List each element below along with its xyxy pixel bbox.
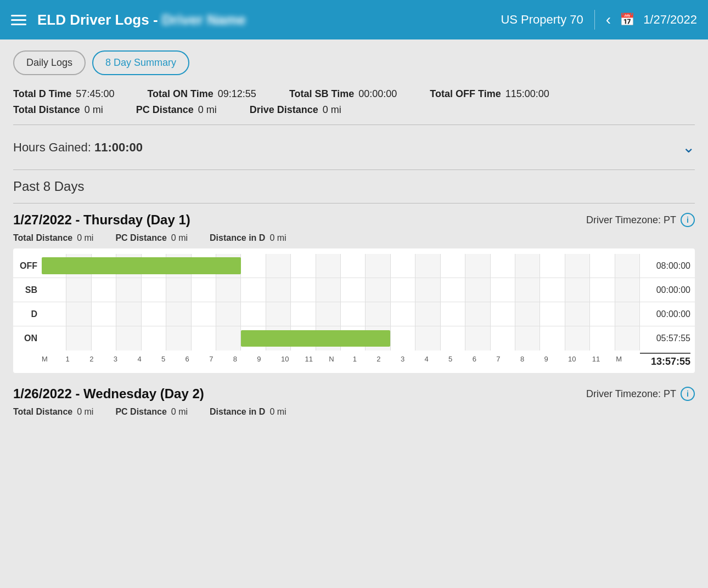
day-card-2: 1/26/2022 - Wednesday (Day 2) Driver Tim… — [13, 386, 695, 417]
total-sb-time-label: Total SB Time — [289, 88, 354, 100]
row-time-on: 05:57:55 — [640, 333, 695, 343]
total-off-time-label: Total OFF Time — [430, 88, 501, 100]
day2-info-button[interactable]: i — [681, 387, 695, 401]
row-bar-sb — [42, 278, 640, 302]
total-d-time-value: 57:45:00 — [76, 88, 114, 100]
header-nav: ‹ 📅 1/27/2022 — [606, 11, 697, 29]
day1-header: 1/27/2022 - Thursday (Day 1) Driver Time… — [13, 212, 695, 228]
hours-gained-text: Hours Gained: 11:00:00 — [13, 140, 143, 155]
chart-row-sb: SB — [13, 278, 695, 302]
total-sb-time: Total SB Time 00:00:00 — [289, 88, 397, 100]
chart-total-time: 13:57:55 — [640, 350, 695, 368]
x-tick-10: 10 — [281, 355, 305, 363]
main-content: Daily Logs 8 Day Summary Total D Time 57… — [0, 39, 708, 433]
total-distance-label: Total Distance — [13, 104, 80, 116]
x-tick-6: 6 — [186, 355, 210, 363]
x-tick-8: 8 — [233, 355, 257, 363]
header-divider — [594, 10, 595, 30]
day2-total-dist-value: 0 mi — [77, 407, 93, 417]
hamburger-menu[interactable] — [11, 15, 26, 25]
x-tick-2pm: 2 — [377, 355, 401, 363]
tab-daily-logs[interactable]: Daily Logs — [13, 50, 86, 75]
day2-dist-d-value: 0 mi — [269, 407, 286, 417]
day1-dist-d-value: 0 mi — [269, 233, 286, 243]
day1-dist-d-label: Distance in D — [210, 233, 265, 243]
day2-dist-d-label: Distance in D — [210, 407, 265, 417]
chart-x-axis: M 1 2 3 4 5 6 7 8 9 10 11 N 1 2 3 4 — [13, 350, 695, 368]
grid-lines-sb — [42, 278, 640, 302]
row-label-on: ON — [13, 333, 42, 343]
total-distance: Total Distance 0 mi — [13, 104, 103, 116]
calendar-icon[interactable]: 📅 — [620, 13, 634, 27]
drive-distance-value: 0 mi — [323, 104, 341, 116]
day2-pc-dist-label: PC Distance — [115, 407, 166, 417]
app-title: ELD Driver Logs - Driver Name — [37, 12, 501, 29]
day1-timezone: Driver Timezone: PT i — [586, 213, 695, 227]
x-tick-11pm: 11 — [592, 355, 616, 363]
x-tick-1: 1 — [66, 355, 90, 363]
x-axis-labels: M 1 2 3 4 5 6 7 8 9 10 11 N 1 2 3 4 — [42, 355, 640, 363]
day1-timezone-label: Driver Timezone: PT — [586, 214, 676, 226]
day-card-1: 1/27/2022 - Thursday (Day 1) Driver Time… — [13, 212, 695, 373]
total-sb-time-value: 00:00:00 — [358, 88, 397, 100]
day2-pc-distance: PC Distance 0 mi — [115, 407, 188, 417]
x-tick-5pm: 5 — [448, 355, 473, 363]
app-header: ELD Driver Logs - Driver Name US Propert… — [0, 0, 708, 39]
day1-title: 1/27/2022 - Thursday (Day 1) — [13, 212, 190, 228]
day2-pc-dist-value: 0 mi — [171, 407, 188, 417]
total-d-time-label: Total D Time — [13, 88, 71, 100]
row-bar-on — [42, 326, 640, 350]
x-tick-n: N — [329, 355, 353, 363]
row-time-off: 08:00:00 — [640, 261, 695, 271]
chart-row-off: OFF — [13, 254, 695, 278]
day2-timezone-label: Driver Timezone: PT — [586, 388, 676, 400]
day2-distance-row: Total Distance 0 mi PC Distance 0 mi Dis… — [13, 407, 695, 417]
day1-pc-dist-label: PC Distance — [115, 233, 166, 243]
row-bar-off — [42, 254, 640, 278]
x-tick-8pm: 8 — [520, 355, 544, 363]
row-time-d: 00:00:00 — [640, 309, 695, 319]
x-tick-m: M — [42, 355, 66, 363]
hours-gained-expand[interactable]: ⌄ — [682, 138, 695, 156]
day1-pc-distance: PC Distance 0 mi — [115, 233, 188, 243]
x-tick-1pm: 1 — [353, 355, 377, 363]
day1-total-dist-label: Total Distance — [13, 233, 72, 243]
prev-date-button[interactable]: ‹ — [606, 11, 611, 29]
pc-distance-value: 0 mi — [198, 104, 217, 116]
grid-lines-d — [42, 302, 640, 326]
tab-bar: Daily Logs 8 Day Summary — [13, 50, 695, 75]
day2-total-dist-label: Total Distance — [13, 407, 72, 417]
total-time-value: 13:57:55 — [651, 356, 690, 367]
hours-gained-section: Hours Gained: 11:00:00 ⌄ — [13, 134, 695, 161]
row-time-sb: 00:00:00 — [640, 285, 695, 295]
x-tick-9: 9 — [257, 355, 281, 363]
x-tick-9pm: 9 — [544, 355, 568, 363]
tab-8day-summary[interactable]: 8 Day Summary — [92, 50, 189, 75]
x-tick-6pm: 6 — [473, 355, 497, 363]
total-on-time-value: 09:12:55 — [218, 88, 256, 100]
row-label-d: D — [13, 309, 42, 319]
x-tick-11: 11 — [305, 355, 329, 363]
day2-title: 1/26/2022 - Wednesday (Day 2) — [13, 386, 204, 402]
chart-row-on: ON — [13, 326, 695, 350]
x-tick-4pm: 4 — [425, 355, 449, 363]
divider-2 — [13, 169, 695, 170]
driver-name: Driver Name — [162, 12, 246, 29]
row-label-off: OFF — [13, 261, 42, 271]
total-distance-value: 0 mi — [85, 104, 103, 116]
day1-distance-in-d: Distance in D 0 mi — [210, 233, 286, 243]
chart-row-d: D — [13, 302, 695, 326]
divider-1 — [13, 125, 695, 125]
current-date: 1/27/2022 — [643, 13, 697, 27]
total-on-time-label: Total ON Time — [147, 88, 213, 100]
day1-total-dist-value: 0 mi — [77, 233, 93, 243]
day1-chart: OFF — [13, 248, 695, 373]
summary-stats-row1: Total D Time 57:45:00 Total ON Time 09:1… — [13, 88, 695, 100]
day2-timezone: Driver Timezone: PT i — [586, 387, 695, 401]
day1-info-button[interactable]: i — [681, 213, 695, 227]
day2-header: 1/26/2022 - Wednesday (Day 2) Driver Tim… — [13, 386, 695, 402]
total-off-time: Total OFF Time 115:00:00 — [430, 88, 549, 100]
total-d-time: Total D Time 57:45:00 — [13, 88, 114, 100]
x-tick-3pm: 3 — [401, 355, 425, 363]
drive-distance: Drive Distance 0 mi — [250, 104, 341, 116]
